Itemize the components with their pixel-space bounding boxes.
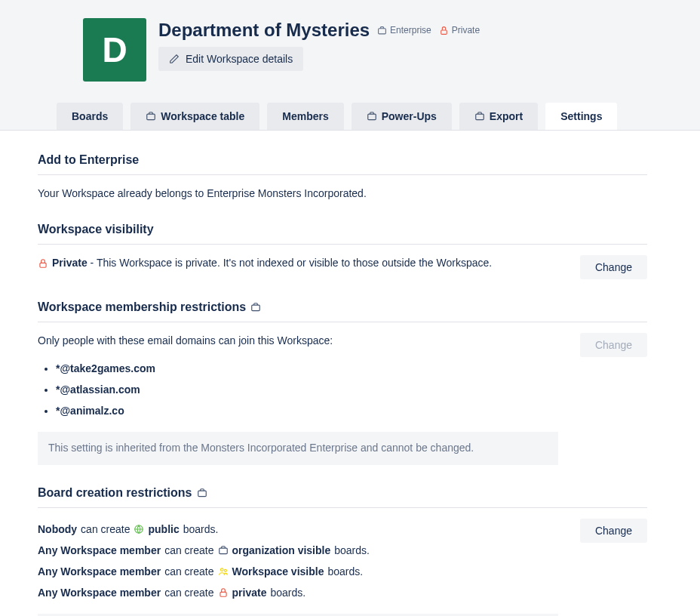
- svg-point-11: [224, 569, 226, 571]
- membership-intro: Only people with these email domains can…: [38, 333, 333, 349]
- rule-suffix: boards.: [270, 582, 305, 603]
- svg-rect-4: [476, 114, 484, 120]
- briefcase-icon: [474, 111, 485, 122]
- settings-content: Add to Enterprise Your Workspace already…: [0, 131, 700, 616]
- header-inner: D Department of Mysteries Enterprise Pri…: [0, 18, 700, 82]
- people-icon: [218, 566, 229, 577]
- tab-boards[interactable]: Boards: [57, 103, 123, 130]
- section-enterprise-text: Your Workspace already belongs to Enterp…: [38, 186, 647, 202]
- tab-export[interactable]: Export: [459, 103, 538, 130]
- rule-scope: Workspace visible: [232, 561, 324, 582]
- board-creation-change-button[interactable]: Change: [580, 519, 647, 543]
- rule-scope: public: [148, 519, 179, 540]
- section-enterprise-heading-text: Add to Enterprise: [38, 153, 139, 167]
- board-creation-inherited-note: Some of these settings are inherited fro…: [38, 614, 558, 616]
- briefcase-icon: [197, 488, 207, 498]
- tab-settings-label: Settings: [560, 110, 602, 122]
- lock-icon: [218, 587, 229, 598]
- rule-verb: can create: [81, 519, 130, 540]
- header-right: Department of Mysteries Enterprise Priva…: [158, 18, 480, 71]
- briefcase-icon: [146, 111, 156, 122]
- workspace-header: D Department of Mysteries Enterprise Pri…: [0, 0, 700, 131]
- workspace-avatar: D: [83, 18, 146, 82]
- rule-scope: private: [232, 582, 267, 603]
- tab-workspace-table-label: Workspace table: [161, 110, 244, 122]
- svg-rect-1: [441, 29, 447, 33]
- lock-icon: [38, 258, 48, 269]
- tab-members-label: Members: [282, 110, 328, 122]
- globe-icon: [134, 524, 144, 534]
- rule-suffix: boards.: [327, 561, 363, 582]
- tab-export-label: Export: [490, 110, 523, 122]
- visibility-change-button[interactable]: Change: [580, 255, 647, 279]
- rule-scope: organization visible: [232, 540, 331, 561]
- tab-boards-label: Boards: [72, 110, 108, 122]
- section-membership: Workspace membership restrictions Only p…: [38, 300, 647, 465]
- tab-settings[interactable]: Settings: [545, 103, 617, 130]
- svg-rect-5: [40, 263, 46, 267]
- visibility-row: Private - This Workspace is private. It'…: [38, 255, 647, 279]
- visibility-text: Private - This Workspace is private. It'…: [38, 255, 492, 271]
- section-enterprise: Add to Enterprise Your Workspace already…: [38, 153, 647, 202]
- svg-point-10: [220, 568, 223, 571]
- rule-who: Nobody: [38, 519, 77, 540]
- section-visibility: Workspace visibility Private - This Work…: [38, 223, 647, 279]
- list-item: *@animalz.co: [56, 400, 333, 421]
- svg-rect-7: [198, 491, 206, 497]
- list-item: *@atlassian.com: [56, 379, 333, 400]
- briefcase-icon: [367, 111, 377, 122]
- tab-members[interactable]: Members: [267, 103, 343, 130]
- lock-icon: [439, 26, 449, 35]
- pencil-icon: [169, 54, 180, 64]
- svg-rect-2: [147, 114, 155, 120]
- rule-verb: can create: [164, 561, 213, 582]
- section-enterprise-heading: Add to Enterprise: [38, 153, 647, 175]
- membership-row: Only people with these email domains can…: [38, 333, 647, 432]
- enterprise-badge-label: Enterprise: [390, 25, 431, 35]
- section-membership-heading: Workspace membership restrictions: [38, 300, 647, 322]
- title-row: Department of Mysteries Enterprise Priva…: [158, 20, 480, 41]
- tab-powerups-label: Power-Ups: [382, 110, 437, 122]
- rule-verb: can create: [164, 582, 213, 603]
- section-visibility-heading-text: Workspace visibility: [38, 223, 154, 236]
- edit-workspace-label: Edit Workspace details: [186, 53, 293, 65]
- briefcase-icon: [218, 545, 229, 556]
- section-board-creation-heading: Board creation restrictions: [38, 486, 647, 508]
- rule-private: Any Workspace member can create private …: [38, 582, 370, 603]
- board-creation-rules: Nobody can create public boards. Any Wor…: [38, 519, 370, 603]
- domain-list: *@take2games.com *@atlassian.com *@anima…: [56, 358, 333, 421]
- rule-public: Nobody can create public boards.: [38, 519, 370, 540]
- rule-verb: can create: [164, 540, 213, 561]
- tab-powerups[interactable]: Power-Ups: [352, 103, 452, 130]
- board-creation-row: Nobody can create public boards. Any Wor…: [38, 519, 647, 603]
- visibility-label: Private: [52, 257, 88, 269]
- section-board-creation: Board creation restrictions Nobody can c…: [38, 486, 647, 616]
- enterprise-badge: Enterprise: [377, 25, 431, 35]
- membership-inherited-note: This setting is inherited from the Monst…: [38, 432, 558, 465]
- svg-rect-9: [219, 548, 227, 554]
- rule-suffix: boards.: [183, 519, 219, 540]
- svg-rect-6: [252, 305, 260, 311]
- privacy-badge: Private: [439, 25, 480, 35]
- membership-change-button: Change: [580, 333, 647, 357]
- rule-who: Any Workspace member: [38, 561, 161, 582]
- svg-rect-12: [220, 592, 226, 596]
- rule-who: Any Workspace member: [38, 540, 161, 561]
- rule-who: Any Workspace member: [38, 582, 161, 603]
- svg-rect-3: [367, 114, 376, 120]
- briefcase-icon: [250, 302, 261, 313]
- rule-org-visible: Any Workspace member can create organiza…: [38, 540, 370, 561]
- privacy-badge-label: Private: [452, 25, 480, 35]
- tabs: Boards Workspace table Members Power-Ups…: [0, 82, 700, 130]
- rule-workspace-visible: Any Workspace member can create Workspac…: [38, 561, 370, 582]
- section-visibility-heading: Workspace visibility: [38, 223, 647, 245]
- edit-workspace-button[interactable]: Edit Workspace details: [158, 47, 303, 71]
- visibility-desc: - This Workspace is private. It's not in…: [88, 257, 492, 269]
- tab-workspace-table[interactable]: Workspace table: [130, 103, 259, 130]
- section-board-creation-heading-text: Board creation restrictions: [38, 486, 192, 500]
- membership-body: Only people with these email domains can…: [38, 333, 333, 432]
- list-item: *@take2games.com: [56, 358, 333, 379]
- svg-rect-0: [379, 28, 386, 33]
- briefcase-icon: [377, 26, 387, 35]
- section-membership-heading-text: Workspace membership restrictions: [38, 300, 246, 314]
